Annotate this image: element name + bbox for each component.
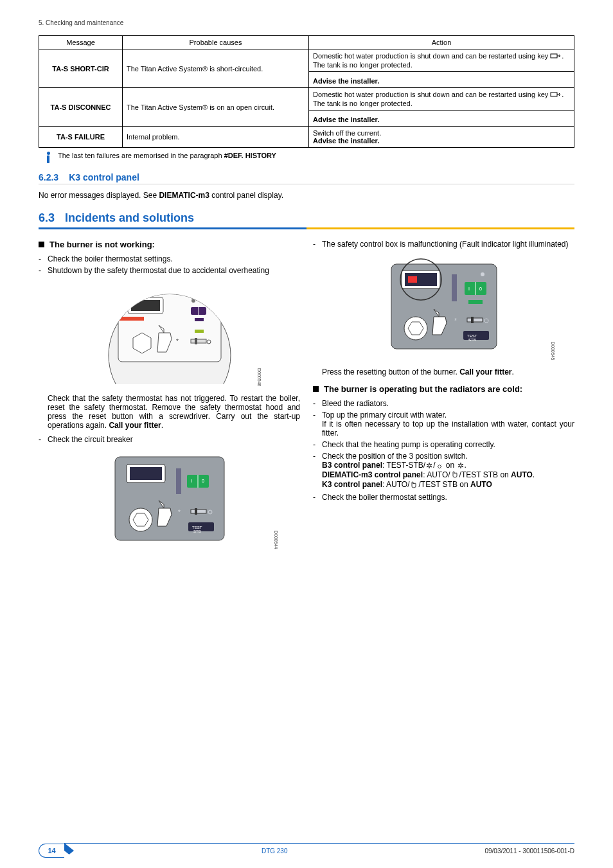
- divider: [39, 184, 574, 184]
- burner-operating-heading: The burner is operating but the radiator…: [313, 384, 574, 394]
- svg-text:*: *: [176, 338, 179, 345]
- svg-rect-52: [471, 317, 474, 323]
- body-post: control panel display.: [209, 191, 283, 200]
- svg-point-27: [129, 508, 152, 531]
- square-bullet-icon: [313, 386, 319, 392]
- action-line1: Switch off the current.: [313, 129, 381, 137]
- call-fitter: Call your fitter: [109, 421, 161, 430]
- svg-rect-46: [468, 300, 483, 304]
- safety-thermostat-diagram: * D000546: [39, 281, 300, 386]
- svg-rect-17: [195, 338, 197, 344]
- msg-cell: TA-S SHORT-CIR: [39, 49, 123, 88]
- press-reset-pre: Press the resetting button of the burner…: [322, 368, 459, 376]
- section-num: 6.3: [39, 211, 55, 225]
- svg-point-41: [481, 272, 484, 276]
- thermostat-paragraph: Check that the safety thermostat has not…: [39, 394, 300, 430]
- cause-cell: The Titan Active System® is on an open c…: [123, 88, 309, 127]
- snowflake-dotted-icon: ✲: [426, 461, 432, 470]
- li2b-text: If it is often necessary to top up the i…: [322, 420, 574, 438]
- sun-icon: ☼: [436, 461, 443, 470]
- svg-rect-31: [191, 509, 206, 513]
- action-cell: Domestic hot water production is shut do…: [309, 49, 574, 72]
- divider-colored: [39, 227, 574, 229]
- dm-bold: DIEMATIC-m3 control panel: [322, 470, 423, 479]
- svg-rect-0: [551, 54, 557, 58]
- svg-point-8: [202, 299, 206, 303]
- th-action: Action: [309, 36, 574, 49]
- info-bold: #DEF. HISTORY: [224, 152, 276, 159]
- list-item: Shutdown by the safety thermostat due to…: [39, 266, 300, 275]
- th-causes: Probable causes: [123, 36, 309, 49]
- svg-rect-21: [130, 467, 162, 480]
- info-icon: [45, 152, 51, 163]
- figure-id: D000545: [551, 342, 555, 360]
- section-623-heading: 6.2.3 K3 control panel: [39, 172, 574, 182]
- section-623-body: No error messages displayed. See DIEMATI…: [39, 191, 360, 200]
- footer-model: DTG 230: [262, 847, 288, 855]
- svg-text:I: I: [468, 287, 470, 291]
- table-row: TA-S DISCONNEC The Titan Active System® …: [39, 88, 574, 111]
- k3-bold: K3 control panel: [322, 480, 382, 489]
- k3-end: /TEST STB on: [418, 480, 470, 489]
- advise-cell: Advise the installer.: [309, 72, 574, 88]
- svg-rect-4: [118, 291, 221, 362]
- svg-text:0: 0: [479, 287, 482, 291]
- msg-cell: TA-S FAILURE: [39, 127, 123, 148]
- left-column: The burner is not working: Check the boi…: [39, 240, 300, 556]
- heading-text: The burner is not working:: [49, 240, 155, 249]
- info-pre: The last ten failures are memorised in t…: [58, 152, 224, 159]
- square-bullet-icon: [39, 242, 44, 247]
- figure-id: D000544: [274, 531, 278, 549]
- svg-rect-11: [195, 318, 204, 321]
- list-item: Check the boiler thermostat settings.: [39, 254, 300, 263]
- list-item: Check the position of the 3 position swi…: [313, 452, 574, 490]
- call-fitter: Call your fitter: [459, 368, 511, 376]
- right-list-bottom: Bleed the radiators. Top up the primary …: [313, 399, 574, 501]
- cause-cell: Internal problem.: [123, 127, 309, 148]
- action-text-pre: Domestic hot water production is shut do…: [313, 52, 550, 60]
- b3-on: on: [443, 461, 456, 470]
- page-number-badge: 14: [39, 844, 64, 858]
- tap-key-icon: [550, 52, 562, 61]
- chapter-header: 5. Checking and maintenance: [39, 19, 574, 26]
- svg-rect-12: [195, 330, 204, 333]
- svg-text:I: I: [191, 479, 192, 483]
- cause-cell: The Titan Active System® is short-circui…: [123, 49, 309, 88]
- advise-cell: Advise the installer.: [309, 111, 574, 127]
- info-note-text: The last ten failures are memorised in t…: [58, 152, 276, 159]
- dm-end: /TEST STB on: [459, 470, 511, 479]
- left-list-2: Check the circuit breaker: [39, 435, 300, 444]
- list-item: Top up the primary circuit with water. I…: [313, 411, 574, 438]
- dm-auto: AUTO: [511, 470, 533, 479]
- figure-id: D000546: [257, 368, 262, 386]
- svg-rect-1: [551, 93, 557, 96]
- msg-cell: TA-S DISCONNEC: [39, 88, 123, 127]
- svg-text:STB: STB: [193, 529, 201, 533]
- circuit-breaker-diagram: 0 I * TEST STB D000544: [39, 450, 300, 549]
- snowflake-dotted-icon: ✲: [458, 461, 464, 470]
- list-item: Bleed the radiators.: [313, 399, 574, 408]
- svg-rect-51: [467, 318, 483, 322]
- section-num: 6.2.3: [39, 172, 58, 182]
- hand-icon: [410, 481, 418, 490]
- burner-not-working-heading: The burner is not working:: [39, 240, 300, 249]
- press-reset-paragraph: Press the resetting button of the burner…: [313, 368, 574, 376]
- body-pre: No error messages displayed. See: [39, 191, 159, 200]
- th-message: Message: [39, 36, 123, 49]
- dm-text: : AUTO/: [423, 470, 450, 479]
- b3-bold: B3 control panel: [322, 461, 382, 470]
- table-row: TA-S SHORT-CIR The Titan Active System® …: [39, 49, 574, 72]
- svg-point-47: [404, 317, 427, 340]
- svg-rect-18: [118, 317, 144, 321]
- svg-rect-22: [176, 468, 181, 494]
- svg-text:*: *: [178, 509, 181, 516]
- list-item: Check that the heating pump is operating…: [313, 440, 574, 449]
- left-list: Check the boiler thermostat settings. Sh…: [39, 254, 300, 275]
- action-cell: Switch off the current. Advise the insta…: [309, 127, 574, 148]
- tap-key-icon: [550, 91, 562, 100]
- para-text: Check that the safety thermostat has not…: [48, 394, 300, 430]
- list-item: Check the boiler thermostat settings.: [313, 493, 574, 502]
- advise-text: Advise the installer.: [313, 137, 379, 145]
- k3-text: : AUTO/: [382, 480, 409, 489]
- body-bold: DIEMATIC-m3: [159, 191, 209, 200]
